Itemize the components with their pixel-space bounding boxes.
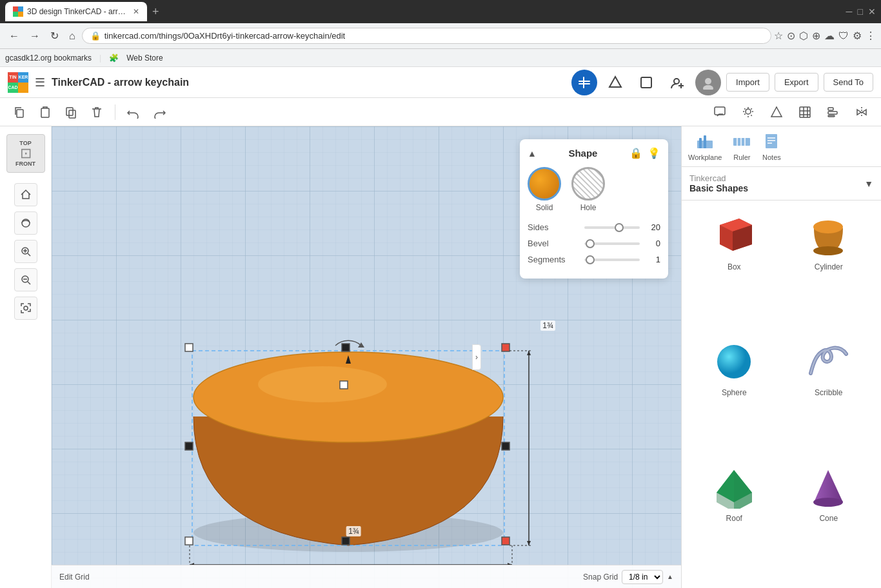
redo-button[interactable] — [148, 101, 171, 124]
mirror-tool-button[interactable] — [850, 101, 873, 124]
bookmark-item-2[interactable]: Web Store — [126, 54, 163, 63]
sides-slider-thumb[interactable] — [615, 223, 624, 232]
shape-light-icon[interactable]: 💡 — [648, 147, 660, 159]
scribble-label: Scribble — [815, 388, 842, 397]
workplane-tool[interactable]: Workplane — [688, 132, 722, 161]
right-panel-collapse-handle[interactable]: › — [472, 344, 481, 370]
tab-close-button[interactable]: ✕ — [133, 7, 139, 16]
new-tab-button[interactable]: + — [152, 5, 159, 19]
svg-point-84 — [813, 246, 843, 255]
copy-button[interactable] — [8, 101, 31, 124]
duplicate-button[interactable] — [59, 101, 83, 124]
svg-rect-19 — [715, 107, 725, 115]
fit-view-button[interactable] — [14, 297, 37, 320]
extension-icon-6[interactable]: ⚙ — [853, 30, 862, 42]
library-info: Tinkercad Basic Shapes — [689, 173, 748, 193]
left-sidebar: TOP ⊡ FRONT — [0, 126, 52, 588]
svg-rect-22 — [800, 107, 810, 117]
window-minimize-button[interactable]: ─ — [846, 6, 853, 17]
forward-button[interactable]: → — [26, 28, 44, 44]
tinkercad-logo[interactable]: TIN KER CAD — [8, 72, 28, 93]
chrome-menu-icon[interactable]: ⋮ — [866, 30, 876, 42]
align-tool-button[interactable] — [822, 101, 845, 124]
workplane-view-button[interactable] — [571, 70, 597, 95]
zoom-in-button[interactable] — [14, 240, 37, 263]
library-section-label: Tinkercad — [689, 173, 748, 183]
view-cube-icon: ⊡ — [20, 146, 32, 161]
snap-grid-select[interactable]: 1/8 in 1/4 in 1 mm — [622, 570, 663, 584]
view-cube[interactable]: TOP ⊡ FRONT — [6, 134, 45, 173]
shape-item-cone[interactable]: Cone — [784, 460, 874, 580]
extension-icon-3[interactable]: ⊕ — [812, 30, 820, 42]
delete-button[interactable] — [85, 101, 108, 124]
shape-item-roof[interactable]: Roof — [689, 460, 779, 580]
tab-title: 3D design TinkerCAD - arrow ke... — [27, 7, 126, 16]
ruler-icon — [732, 132, 751, 151]
window-maximize-button[interactable]: □ — [858, 6, 863, 17]
nav-icons: ☆ ⊙ ⬡ ⊕ ☁ 🛡 ⚙ ⋮ — [774, 30, 876, 42]
segments-property: Segments 1 — [528, 255, 660, 264]
shape-item-scribble[interactable]: Scribble — [784, 334, 874, 455]
address-text: tinkercad.com/things/0OaXHDrt6yi-tinkerc… — [104, 31, 346, 41]
hole-shape-option[interactable]: Hole — [571, 167, 605, 212]
svg-line-39 — [28, 282, 30, 284]
shape-item-cylinder[interactable]: Cylinder — [784, 208, 874, 329]
shape-panel-collapse-button[interactable]: ▲ — [528, 148, 537, 159]
box-thumbnail — [708, 213, 760, 259]
segments-slider-thumb[interactable] — [586, 255, 595, 264]
notes-tool[interactable]: Notes — [762, 132, 781, 161]
shape-lock-icon[interactable]: 🔒 — [629, 147, 642, 159]
bevel-slider-thumb[interactable] — [586, 239, 595, 248]
topbar-actions: Import Export Send To — [571, 70, 873, 95]
edit-grid-button[interactable]: Edit Grid — [59, 573, 90, 582]
export-button[interactable]: Export — [775, 73, 818, 92]
solid-shape-option[interactable]: Solid — [528, 167, 561, 212]
import-button[interactable]: Import — [726, 73, 769, 92]
extension-icon-1[interactable]: ⊙ — [787, 30, 795, 42]
comment-tool-button[interactable] — [708, 101, 731, 124]
shape-item-sphere[interactable]: Sphere — [689, 334, 779, 455]
shape-library-header: Tinkercad Basic Shapes ▼ — [682, 167, 881, 201]
grid-tool-button[interactable] — [793, 101, 817, 124]
active-tab[interactable]: 3D design TinkerCAD - arrow ke... ✕ — [5, 2, 147, 21]
svg-rect-54 — [185, 442, 193, 450]
extension-icon-5[interactable]: 🛡 — [838, 30, 849, 42]
light-tool-button[interactable] — [737, 101, 760, 124]
svg-rect-48 — [185, 344, 193, 351]
shape-panel: ▲ Shape 🔒 💡 Solid Hole — [520, 139, 668, 279]
add-user-button[interactable] — [664, 70, 690, 95]
sendto-button[interactable]: Send To — [824, 73, 873, 92]
bookmark-star-icon[interactable]: ☆ — [774, 30, 783, 42]
topbar-menu-icon[interactable]: ☰ — [35, 75, 45, 90]
extension-icon-2[interactable]: ⬡ — [799, 30, 808, 42]
sides-value: 20 — [645, 222, 660, 232]
user-avatar[interactable] — [695, 70, 721, 95]
workplane-label: Workplane — [688, 153, 722, 161]
extension-icon-4[interactable]: ☁ — [824, 30, 835, 42]
ruler-tool[interactable]: Ruler — [732, 132, 751, 161]
reload-button[interactable]: ↻ — [46, 27, 63, 44]
undo-button[interactable] — [122, 101, 145, 124]
sphere-label: Sphere — [722, 388, 747, 397]
home-view-button[interactable] — [14, 183, 37, 206]
address-bar[interactable]: 🔒 tinkercad.com/things/0OaXHDrt6yi-tinke… — [82, 28, 771, 44]
shape-item-box[interactable]: Box — [689, 208, 779, 329]
svg-marker-32 — [862, 110, 866, 115]
canvas-area[interactable]: 1¾ 1¾ ▲ Shape 🔒 💡 Solid — [52, 126, 681, 588]
bookmark-item-1[interactable]: gcasdk12.org bookmarks — [5, 54, 92, 63]
back-button[interactable]: ← — [5, 28, 23, 44]
shape-panel-tool-button[interactable] — [765, 101, 788, 124]
bevel-slider[interactable] — [584, 242, 640, 245]
solid-view-button[interactable] — [633, 70, 659, 95]
zoom-out-button[interactable] — [14, 268, 37, 291]
sides-slider[interactable] — [584, 226, 640, 229]
tab-favicon — [13, 6, 23, 17]
orbit-button[interactable] — [14, 211, 37, 235]
bevel-value: 0 — [645, 239, 660, 248]
home-button[interactable]: ⌂ — [65, 28, 79, 44]
window-close-button[interactable]: ✕ — [868, 6, 876, 17]
wireframe-button[interactable] — [602, 70, 628, 95]
paste-button[interactable] — [34, 101, 57, 124]
segments-slider[interactable] — [584, 259, 640, 261]
library-dropdown-chevron[interactable]: ▼ — [864, 179, 873, 189]
